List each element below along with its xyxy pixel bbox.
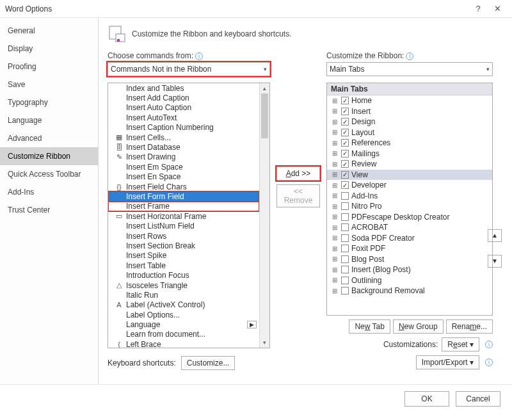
- list-item[interactable]: Index and Tables: [108, 83, 259, 93]
- sidebar-item-typography[interactable]: Typography: [0, 93, 98, 111]
- sidebar-item-quick-access-toolbar[interactable]: Quick Access Toolbar: [0, 165, 98, 183]
- expand-icon[interactable]: ⊞: [331, 182, 339, 189]
- sidebar-item-trust-center[interactable]: Trust Center: [0, 201, 98, 219]
- checkbox[interactable]: [341, 213, 349, 221]
- checkbox[interactable]: ✓: [341, 129, 349, 136]
- tree-item[interactable]: ⊞✓Insert: [327, 106, 492, 117]
- scroll-up-icon[interactable]: ▴: [260, 83, 269, 93]
- checkbox[interactable]: [341, 192, 349, 200]
- checkbox[interactable]: [341, 223, 349, 231]
- tree-item[interactable]: ⊞Add-Ins: [327, 191, 492, 202]
- cancel-button[interactable]: Cancel: [456, 391, 500, 407]
- expand-icon[interactable]: ⊞: [331, 266, 339, 273]
- expand-icon[interactable]: ⊞: [331, 108, 339, 115]
- checkbox[interactable]: [341, 234, 349, 242]
- list-item[interactable]: Insert Em Space: [108, 162, 259, 172]
- info-icon[interactable]: i: [485, 341, 493, 348]
- tree-item[interactable]: ⊞✓Home: [327, 95, 492, 106]
- expand-icon[interactable]: ⊞: [331, 97, 339, 104]
- tree-item[interactable]: ⊞ACROBAT: [327, 222, 492, 233]
- checkbox[interactable]: ✓: [341, 139, 349, 147]
- choose-commands-select[interactable]: Commands Not in the Ribbon▾: [108, 62, 270, 76]
- expand-icon[interactable]: ⊞: [331, 277, 339, 284]
- expand-icon[interactable]: ⊞: [331, 287, 339, 295]
- import-export-button[interactable]: Import/Export ▾: [416, 355, 479, 369]
- list-item[interactable]: Language▶: [108, 319, 259, 329]
- expand-icon[interactable]: ⊞: [331, 192, 339, 199]
- commands-listbox[interactable]: Index and TablesInsert Add CaptionInsert…: [108, 83, 270, 348]
- list-item[interactable]: Insert Add Caption: [108, 93, 259, 102]
- expand-icon[interactable]: ⊞: [331, 118, 339, 125]
- expand-icon[interactable]: ⊞: [331, 245, 339, 252]
- scroll-down-icon[interactable]: ▾: [260, 337, 269, 348]
- list-item[interactable]: Insert Auto Caption: [108, 103, 259, 113]
- sidebar-item-add-ins[interactable]: Add-Ins: [0, 183, 98, 201]
- rename-button[interactable]: Rename...: [446, 319, 493, 334]
- ok-button[interactable]: OK: [404, 391, 449, 407]
- sidebar-item-save[interactable]: Save: [0, 76, 98, 93]
- checkbox[interactable]: ✓: [341, 160, 349, 168]
- list-item[interactable]: {}Insert Field Chars: [108, 182, 259, 191]
- tree-item[interactable]: ⊞✓Mailings: [327, 149, 492, 159]
- sidebar-item-general[interactable]: General: [0, 22, 98, 40]
- checkbox[interactable]: ✓: [341, 118, 349, 125]
- tree-item[interactable]: ⊞Foxit PDF: [327, 243, 492, 254]
- list-item[interactable]: Insert Rows: [108, 231, 259, 241]
- ribbon-tree[interactable]: Main Tabs ⊞✓Home⊞✓Insert⊞✓Design⊞✓Layout…: [326, 83, 493, 316]
- new-group-button[interactable]: New Group: [393, 319, 444, 334]
- list-item[interactable]: ▦Insert Cells...: [108, 133, 259, 142]
- tree-item[interactable]: ⊞Soda PDF Creator: [327, 233, 492, 244]
- add-button[interactable]: Add >>: [276, 166, 320, 181]
- checkbox[interactable]: ✓: [341, 97, 349, 104]
- checkbox[interactable]: [341, 245, 349, 252]
- expand-icon[interactable]: ⊞: [331, 140, 339, 147]
- scrollbar[interactable]: ▴ ▾: [259, 83, 269, 348]
- expand-icon[interactable]: ⊞: [331, 129, 339, 136]
- tree-item[interactable]: ⊞✓Design: [327, 117, 492, 127]
- list-item[interactable]: △Isosceles Triangle: [108, 280, 259, 290]
- tree-item[interactable]: ⊞✓Layout: [327, 127, 492, 138]
- checkbox[interactable]: ✓: [341, 171, 349, 179]
- new-tab-button[interactable]: New Tab: [349, 319, 390, 334]
- sidebar-item-customize-ribbon[interactable]: Customize Ribbon: [0, 147, 98, 165]
- list-item[interactable]: Insert Frame: [108, 202, 259, 211]
- list-item[interactable]: Insert Spike: [108, 251, 259, 261]
- checkbox[interactable]: [341, 287, 349, 295]
- help-icon[interactable]: ?: [468, 4, 488, 13]
- submenu-icon[interactable]: ▶: [247, 321, 257, 328]
- tree-item[interactable]: ⊞✓Review: [327, 159, 492, 170]
- sidebar-item-proofing[interactable]: Proofing: [0, 58, 98, 76]
- expand-icon[interactable]: ⊞: [331, 213, 339, 220]
- list-item[interactable]: Insert ListNum Field: [108, 221, 259, 230]
- info-icon[interactable]: i: [406, 52, 413, 60]
- list-item[interactable]: 🗄Insert Database: [108, 142, 259, 152]
- expand-icon[interactable]: ⊞: [331, 150, 339, 157]
- expand-icon[interactable]: ⊞: [331, 161, 339, 168]
- list-item[interactable]: Introduction Focus: [108, 270, 259, 280]
- tree-item[interactable]: ⊞Outlining: [327, 275, 492, 286]
- remove-button[interactable]: << Remove: [276, 184, 320, 207]
- scroll-thumb[interactable]: [261, 93, 268, 138]
- tree-item[interactable]: ⊞✓View: [327, 170, 492, 181]
- checkbox[interactable]: [341, 277, 349, 284]
- list-item[interactable]: Insert Form Field: [108, 191, 259, 201]
- expand-icon[interactable]: ⊞: [331, 203, 339, 210]
- list-item[interactable]: Insert Table: [108, 261, 259, 270]
- move-down-button[interactable]: ▼: [488, 255, 502, 268]
- tree-item[interactable]: ⊞Background Removal: [327, 286, 492, 296]
- customize-ribbon-select[interactable]: Main Tabs▾: [326, 62, 493, 76]
- tree-item[interactable]: ⊞Nitro Pro: [327, 201, 492, 212]
- sidebar-item-advanced[interactable]: Advanced: [0, 129, 98, 147]
- checkbox[interactable]: ✓: [341, 181, 349, 189]
- checkbox[interactable]: [341, 202, 349, 210]
- expand-icon[interactable]: ⊞: [331, 224, 339, 231]
- expand-icon[interactable]: ⊞: [331, 234, 339, 241]
- expand-icon[interactable]: ⊞: [331, 255, 339, 262]
- list-item[interactable]: ALabel (ActiveX Control): [108, 300, 259, 310]
- tree-item[interactable]: ⊞✓Developer: [327, 180, 492, 191]
- expand-icon[interactable]: ⊞: [331, 171, 339, 178]
- checkbox[interactable]: ✓: [341, 150, 349, 158]
- list-item[interactable]: ✎Insert Drawing: [108, 152, 259, 162]
- list-item[interactable]: Learn from document...: [108, 330, 259, 339]
- checkbox[interactable]: [341, 266, 349, 273]
